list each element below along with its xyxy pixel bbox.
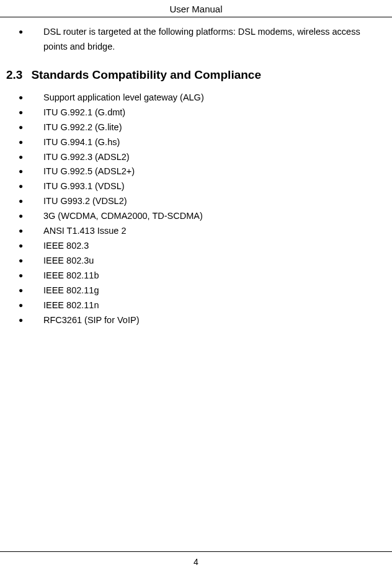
list-item: ITU G.993.1 (VDSL) <box>6 179 386 194</box>
list-item: IEEE 802.3u <box>6 254 386 269</box>
list-item-text: ANSI T1.413 Issue 2 <box>43 226 127 236</box>
list-item: 3G (WCDMA, CDMA2000, TD-SCDMA) <box>6 209 386 224</box>
intro-bullet-list: DSL router is targeted at the following … <box>6 25 386 55</box>
list-item-text: Support application level gateway (ALG) <box>43 92 204 102</box>
list-item: IEEE 802.3 <box>6 239 386 254</box>
list-item-text: ITU G.992.3 (ADSL2) <box>43 152 130 162</box>
list-item: Support application level gateway (ALG) <box>6 91 386 105</box>
list-item: ITU G.994.1 (G.hs) <box>6 135 386 150</box>
list-item: ITU G993.2 (VDSL2) <box>6 194 386 209</box>
list-item: IEEE 802.11n <box>6 298 386 313</box>
page-footer: 4 <box>0 551 392 567</box>
list-item-text: DSL router is targeted at the following … <box>43 27 360 51</box>
list-item-text: IEEE 802.11n <box>43 300 99 310</box>
list-item-text: ITU G.992.1 (G.dmt) <box>43 107 125 117</box>
list-item-text: 3G (WCDMA, CDMA2000, TD-SCDMA) <box>43 211 203 221</box>
header-title: User Manual <box>169 4 222 14</box>
list-item: RFC3261 (SIP for VoIP) <box>6 313 386 328</box>
standards-bullet-list: Support application level gateway (ALG) … <box>6 91 386 328</box>
list-item: IEEE 802.11b <box>6 269 386 283</box>
list-item-text: ITU G.992.2 (G.lite) <box>43 122 122 132</box>
list-item: ITU G.992.2 (G.lite) <box>6 120 386 135</box>
list-item-text: ITU G.993.1 (VDSL) <box>43 181 125 191</box>
list-item-text: RFC3261 (SIP for VoIP) <box>43 315 139 325</box>
list-item-text: IEEE 802.11b <box>43 270 99 280</box>
list-item: ITU G.992.5 (ADSL2+) <box>6 164 386 179</box>
list-item: ANSI T1.413 Issue 2 <box>6 224 386 239</box>
page-header: User Manual <box>0 0 392 17</box>
page-content: DSL router is targeted at the following … <box>0 17 392 328</box>
list-item: ITU G.992.3 (ADSL2) <box>6 150 386 165</box>
section-heading: 2.3Standards Compatibility and Complianc… <box>6 68 386 82</box>
list-item: IEEE 802.11g <box>6 283 386 298</box>
list-item-text: ITU G.994.1 (G.hs) <box>43 137 120 147</box>
list-item-text: IEEE 802.3u <box>43 256 94 265</box>
section-number: 2.3 <box>6 68 22 82</box>
list-item: DSL router is targeted at the following … <box>6 25 386 55</box>
list-item-text: ITU G993.2 (VDSL2) <box>43 196 127 206</box>
list-item-text: ITU G.992.5 (ADSL2+) <box>43 166 135 176</box>
list-item: ITU G.992.1 (G.dmt) <box>6 105 386 120</box>
list-item-text: IEEE 802.3 <box>43 241 89 251</box>
list-item-text: IEEE 802.11g <box>43 285 99 295</box>
page-number: 4 <box>194 557 198 567</box>
section-title: Standards Compatibility and Compliance <box>31 68 261 81</box>
